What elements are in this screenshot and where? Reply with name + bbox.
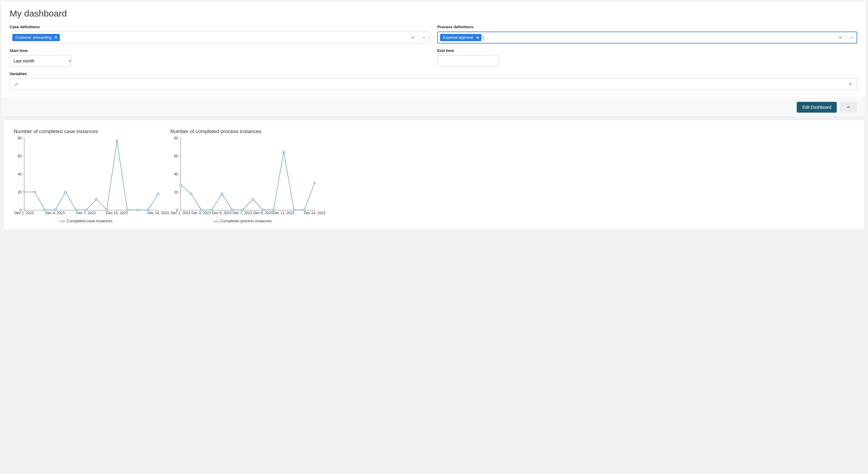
- chart: Number of completed case instances020406…: [14, 129, 158, 223]
- x-tick-label: Dec 11, 2023: [273, 211, 294, 215]
- svg-point-14: [65, 191, 67, 193]
- x-tick-label: Dec 14, 2023: [304, 211, 325, 215]
- svg-point-40: [221, 193, 223, 195]
- variables-input[interactable]: [10, 78, 857, 90]
- chart-title: Number of completed case instances: [14, 129, 158, 135]
- filter-tag-label: Customer onboarding: [16, 35, 52, 40]
- clear-icon[interactable]: [847, 80, 854, 88]
- y-tick-label: 80: [18, 136, 22, 140]
- case-definitions-select[interactable]: Customer onboarding✕: [10, 32, 430, 43]
- y-tick-label: 60: [18, 154, 22, 158]
- clear-icon[interactable]: [66, 57, 73, 65]
- clear-icon[interactable]: [409, 34, 416, 41]
- process-definitions-select[interactable]: Expense approval✕ |: [437, 32, 857, 43]
- process-definitions-label: Process definitions: [437, 25, 857, 29]
- divider: [846, 35, 846, 40]
- svg-point-37: [190, 193, 192, 195]
- x-tick-label: Dec 1, 2023: [14, 211, 34, 215]
- end-time-label: End time: [437, 48, 857, 53]
- collapse-button[interactable]: [840, 102, 857, 113]
- svg-point-11: [34, 191, 36, 193]
- divider: [418, 35, 418, 40]
- y-tick-label: 40: [18, 172, 22, 176]
- charts-panel: Number of completed case instances020406…: [4, 120, 864, 229]
- y-tick-label: 20: [174, 190, 178, 194]
- svg-point-23: [157, 193, 159, 195]
- chart-legend: Completed process instances: [170, 219, 315, 223]
- legend-swatch-icon: [213, 221, 219, 222]
- x-tick-label: Dec 1, 2023: [171, 211, 190, 215]
- svg-point-10: [24, 191, 26, 193]
- y-tick-label: 20: [18, 190, 22, 194]
- chevron-down-icon[interactable]: [848, 34, 855, 41]
- start-time-value[interactable]: [13, 59, 66, 63]
- filter-tag: Customer onboarding✕: [12, 34, 60, 41]
- filters-panel: My dashboard Case definitions Customer o…: [1, 1, 866, 116]
- svg-point-49: [314, 182, 316, 184]
- x-tick-label: Dec 3, 2023: [191, 211, 211, 215]
- pencil-icon[interactable]: [13, 80, 20, 88]
- chart-plot: 020406080Dec 1, 2023Dec 3, 2023Dec 5, 20…: [181, 138, 315, 216]
- x-tick-label: Dec 10, 2023: [106, 211, 127, 215]
- legend-swatch-icon: [60, 221, 65, 222]
- end-time-value[interactable]: [441, 59, 496, 63]
- y-tick-label: 40: [174, 172, 178, 176]
- start-time-label: Start time: [10, 48, 430, 53]
- page-title: My dashboard: [10, 8, 857, 19]
- x-tick-label: Dec 5, 2023: [212, 211, 231, 215]
- close-icon[interactable]: ✕: [476, 36, 479, 39]
- clear-icon[interactable]: [837, 34, 844, 41]
- chevron-down-icon[interactable]: [420, 34, 427, 41]
- svg-point-19: [116, 140, 118, 142]
- x-tick-label: Dec 9, 2023: [253, 211, 273, 215]
- legend-label: Completed process instances: [220, 219, 272, 223]
- close-icon[interactable]: ✕: [55, 36, 57, 39]
- filter-tag-label: Expense approval: [443, 35, 473, 40]
- legend-label: Completed case instances: [67, 219, 113, 223]
- x-tick-label: Dec 7, 2023: [232, 211, 252, 215]
- start-time-input[interactable]: [10, 55, 71, 67]
- variables-label: Variables: [10, 71, 857, 76]
- chart: Number of completed process instances020…: [170, 129, 315, 223]
- x-tick-label: Dec 4, 2023: [45, 211, 65, 215]
- svg-point-46: [283, 151, 285, 153]
- end-time-input[interactable]: [437, 55, 499, 67]
- text-cursor: |: [483, 35, 484, 40]
- svg-point-36: [180, 184, 182, 185]
- chart-title: Number of completed process instances: [170, 129, 315, 135]
- edit-dashboard-button[interactable]: Edit Dashboard: [797, 102, 837, 113]
- chart-legend: Completed case instances: [14, 219, 158, 223]
- chart-plot: 020406080Dec 1, 2023Dec 4, 2023Dec 7, 20…: [24, 138, 158, 216]
- panel-footer: Edit Dashboard: [1, 98, 866, 116]
- filter-tag: Expense approval✕: [440, 34, 482, 41]
- svg-point-17: [95, 198, 97, 200]
- case-definitions-label: Case definitions: [10, 25, 430, 29]
- y-tick-label: 60: [174, 154, 178, 158]
- x-tick-label: Dec 14, 2023: [147, 211, 169, 215]
- x-tick-label: Dec 7, 2023: [76, 211, 96, 215]
- svg-point-43: [252, 198, 254, 200]
- y-tick-label: 80: [174, 136, 178, 140]
